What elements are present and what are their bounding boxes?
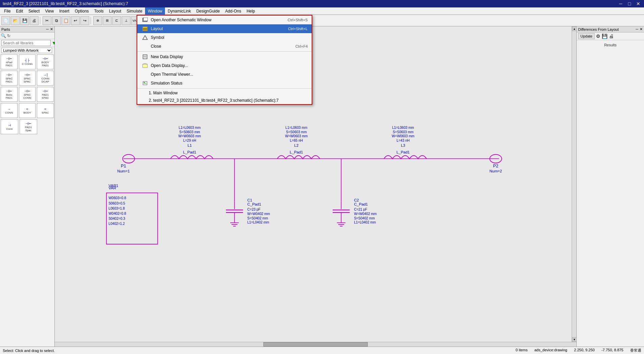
menu-simulation-status[interactable]: Simulation Status xyxy=(137,79,312,88)
print-icon[interactable]: 🖨 xyxy=(609,33,614,39)
window-menu-dropdown[interactable]: Open Another Schematic Window Ctrl+Shift… xyxy=(137,15,312,105)
menu-window[interactable]: Window xyxy=(145,7,165,15)
svg-text:L1=L0603 mm: L1=L0603 mm xyxy=(285,126,307,129)
svg-text:S=S0402 mm: S=S0402 mm xyxy=(247,216,268,220)
right-panel-minimize-btn[interactable]: ─ xyxy=(636,27,638,31)
part-cconn[interactable]: ┤├ C CONN xyxy=(19,54,36,69)
menu-options[interactable]: Options xyxy=(72,7,91,15)
search-input[interactable] xyxy=(1,40,51,46)
menu-designguide[interactable]: DesignGuide xyxy=(194,7,222,15)
part-libelo-pad1[interactable]: ⊣⊢ libelo PAD1 xyxy=(1,87,18,102)
menu-new-data-display[interactable]: New Data Display xyxy=(137,52,312,61)
scroll-arrow-down[interactable]: ▼ xyxy=(572,337,577,342)
menu-layout[interactable]: Layout xyxy=(106,7,124,15)
toolbar-undo[interactable]: ↩ xyxy=(71,16,80,25)
maximize-button[interactable]: □ xyxy=(626,1,633,7)
toolbar-cut[interactable]: ✂ xyxy=(43,16,51,25)
menu-select[interactable]: Select xyxy=(26,7,42,15)
toolbar-wire[interactable]: ⊕ xyxy=(93,16,102,25)
menu-view[interactable]: View xyxy=(42,7,56,15)
menu-addons[interactable]: Add-Ons xyxy=(222,7,244,15)
reload-icon[interactable]: ↻ xyxy=(7,33,10,38)
minimize-button[interactable]: ─ xyxy=(618,1,624,7)
update-button[interactable]: Update xyxy=(578,33,595,39)
part-symbol: ≈ xyxy=(44,107,46,111)
svg-text:Num=2: Num=2 xyxy=(490,169,502,173)
status-bar: Select: Click and drag to select. 0 item… xyxy=(0,347,644,354)
drawing-info: ads_device:drawing xyxy=(534,348,567,353)
schematic-area[interactable]: P1 Num=1 P2 Num=2 L_Pad1 L1 L=29 nH W=W0… xyxy=(55,26,576,347)
toolbar-copy[interactable]: ⧉ xyxy=(52,16,61,25)
close-button[interactable]: ✕ xyxy=(635,1,641,7)
svg-text:L1=L0402 mm: L1=L0402 mm xyxy=(354,220,376,224)
menu-simulate[interactable]: Simulate xyxy=(124,7,145,15)
part-conn[interactable]: → CONN xyxy=(1,103,18,118)
parts-row: ⊣⊢ nPad PAD1 ┤├ C CONN ⊣⊢ BODY PAD1 xyxy=(1,54,54,69)
part-body-pad1[interactable]: ⊣⊢ BODY PAD1 xyxy=(37,54,54,69)
menu-symbol-item[interactable]: Symbol xyxy=(137,33,312,42)
part-pad1-2[interactable]: ⊣⊢ PAD1 Spac xyxy=(20,119,37,134)
gear-icon[interactable]: ⚙ xyxy=(596,33,600,39)
menu-dynamiclink[interactable]: DynamicLink xyxy=(165,7,194,15)
part-body[interactable]: ≈ BODY xyxy=(19,103,36,118)
parts-minimize-btn[interactable]: ─ xyxy=(46,27,49,31)
part-conn2[interactable]: ⊣ Conn xyxy=(1,119,18,134)
parts-close-btn[interactable]: ✕ xyxy=(50,27,53,31)
menu-file[interactable]: File xyxy=(1,7,13,15)
toolbar-new[interactable]: 📄 xyxy=(1,16,10,25)
toolbar: 📄 📂 💾 🖨 ✂ ⧉ 📋 ↩ ↪ ⊕ ⊞ ⊏ ⊥ VAR ○ — 🔍 xyxy=(0,15,644,26)
scroll-arrow-up[interactable]: ▲ xyxy=(572,26,577,31)
right-panel-close-btn[interactable]: ✕ xyxy=(640,27,643,31)
toolbar-paste[interactable]: 📋 xyxy=(62,16,70,25)
right-scrollbar[interactable]: ▲ ▼ xyxy=(572,26,576,342)
part-sublabel: SPAC xyxy=(42,96,49,99)
svg-text:L0402=1.2: L0402=1.2 xyxy=(109,222,125,226)
part-spac-spac[interactable]: ⊣⊢ SPAC SPAC xyxy=(19,71,36,86)
toolbar-open[interactable]: 📂 xyxy=(11,16,20,25)
menu-insert[interactable]: Insert xyxy=(56,7,72,15)
title-bar-controls: ─ □ ✕ xyxy=(618,1,641,7)
menu-tools[interactable]: Tools xyxy=(92,7,106,15)
menu-main-window[interactable]: 1. Main Window xyxy=(137,89,312,97)
toolbar-save[interactable]: 💾 xyxy=(20,16,29,25)
menu-bar: File Edit Select View Insert Options Too… xyxy=(0,7,644,15)
part-symbol: ⊣ xyxy=(8,123,11,127)
scrollbar-thumb[interactable] xyxy=(263,342,368,347)
svg-text:W=W0603 mm: W=W0603 mm xyxy=(392,134,414,138)
toolbar-port[interactable]: ⊏ xyxy=(112,16,121,25)
part-spac-pad1[interactable]: ⊣⊢ SPAC PAD1 xyxy=(1,71,18,86)
title-text: test4_RF22_3 [20221101_lib:test4_RF22_3:… xyxy=(3,1,128,6)
menu-edit[interactable]: Edit xyxy=(13,7,26,15)
menu-schematic-window[interactable]: 2. test4_RF22_3 [20221101_lib:test4_RF22… xyxy=(137,97,312,104)
svg-text:W0402=0.8: W0402=0.8 xyxy=(109,212,126,215)
parts-row: ⊣⊢ libelo PAD1 ⊣⊢ SPAC CONN ⊣⊢ PAD1 SPAC xyxy=(1,87,54,102)
dropdown-separator-1 xyxy=(137,51,312,52)
toolbar-ground[interactable]: ⊥ xyxy=(122,16,130,25)
library-select[interactable]: Lumped-With Artwork xyxy=(1,48,52,53)
toolbar-component[interactable]: ⊞ xyxy=(103,16,112,25)
right-panel-toolbar: Update ⚙ 💾 🖨 xyxy=(577,32,644,40)
menu-open-thermal-viewer[interactable]: Open Thermal Viewer... xyxy=(137,70,312,79)
menu-close-item[interactable]: Close Ctrl+F4 xyxy=(137,42,312,51)
toolbar-redo[interactable]: ↪ xyxy=(80,16,89,25)
menu-open-another-schematic[interactable]: Open Another Schematic Window Ctrl+Shift… xyxy=(137,16,312,24)
menu-layout-item[interactable]: Layout Ctrl+Shift+L xyxy=(137,24,312,33)
search-icon: 🔍 xyxy=(1,33,6,38)
save-icon[interactable]: 💾 xyxy=(602,33,607,39)
toolbar-print[interactable]: 🖨 xyxy=(30,16,39,25)
part-pad1-spac[interactable]: ⊣⊢ PAD1 SPAC xyxy=(37,87,54,102)
menu-open-data-display[interactable]: Open Data Display... xyxy=(137,61,312,70)
bottom-scrollbar[interactable] xyxy=(55,342,576,347)
title-bar: test4_RF22_3 [20221101_lib:test4_RF22_3:… xyxy=(0,0,644,7)
menu-help[interactable]: Help xyxy=(244,7,258,15)
part-conn-dcap[interactable]: →| CONN DCAP xyxy=(37,71,54,86)
part-sublabel: Spac xyxy=(25,129,31,132)
part-label: C CONN xyxy=(22,63,33,66)
status-text: Select: Click and drag to select. xyxy=(3,349,55,353)
part-label: SPAC xyxy=(24,93,31,96)
part-symbol: ┤├ xyxy=(25,58,29,62)
part-spac-conn[interactable]: ⊣⊢ SPAC CONN xyxy=(19,87,36,102)
menu-item-label: Open Thermal Viewer... xyxy=(151,72,193,77)
part-spac[interactable]: ≈ SPAC xyxy=(37,103,54,118)
part-npad1[interactable]: ⊣⊢ nPad PAD1 xyxy=(1,54,18,69)
